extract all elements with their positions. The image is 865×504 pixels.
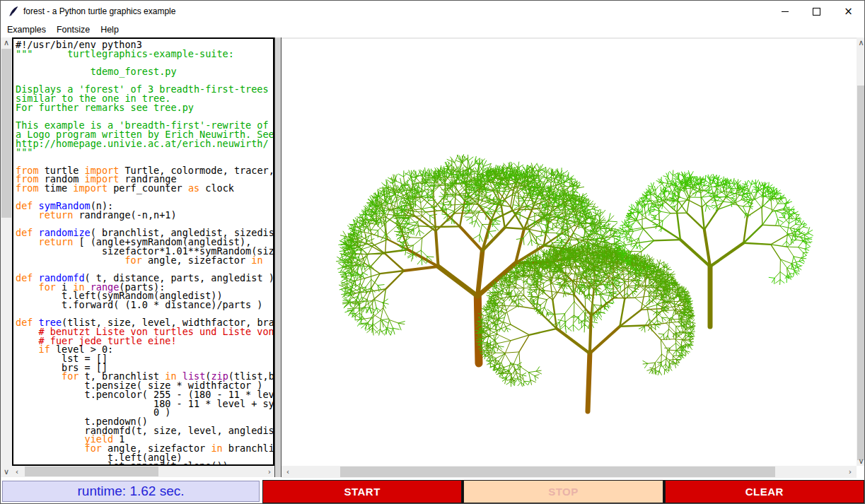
canvas-vscroll-thumb[interactable] [857, 86, 865, 460]
canvas-vertical-scrollbar[interactable]: ∧ ∨ [857, 37, 865, 466]
code-line: """ [16, 148, 273, 157]
turtle-canvas [281, 37, 857, 466]
code-line: t.forward( (1.0 * distance)/parts ) [16, 300, 273, 310]
scroll-down-arrow-icon[interactable]: ∨ [1, 467, 12, 477]
minimize-icon [782, 11, 789, 12]
scroll-right-arrow-icon[interactable]: › [845, 466, 855, 478]
menu-fontsize[interactable]: Fontsize [56, 23, 91, 36]
code-line: http://homepage.univie.ac.at/erich.neuwi… [16, 139, 273, 148]
app-window: forest - a Python turtle graphics exampl… [0, 0, 865, 504]
scroll-up-arrow-icon[interactable]: ∧ [1, 37, 12, 48]
canvas-hscroll-thumb[interactable] [340, 467, 775, 477]
turtle-drawing [281, 39, 857, 466]
scroll-right-arrow-icon[interactable]: › [265, 466, 274, 477]
quill-icon [8, 6, 19, 17]
code-line: For further remarks see tree.py [16, 103, 273, 112]
scroll-down-arrow-icon[interactable]: ∨ [857, 456, 865, 466]
code-vscroll-thumb[interactable] [1, 49, 11, 218]
code-horizontal-scrollbar[interactable]: ‹ › [12, 466, 274, 477]
menu-help[interactable]: Help [100, 23, 120, 36]
code-line: return randrange(-n,n+1) [16, 211, 273, 220]
start-button[interactable]: START [262, 480, 462, 503]
minimize-button[interactable] [769, 1, 801, 22]
scroll-left-arrow-icon[interactable]: ‹ [283, 466, 293, 478]
code-line: from time import perf_counter as clock [16, 184, 273, 193]
title-bar[interactable]: forest - a Python turtle graphics exampl… [1, 1, 864, 22]
menu-bar: Examples Fontsize Help [1, 22, 864, 37]
code-line: """ turtlegraphics-example-suite: [16, 49, 273, 59]
code-hscroll-thumb[interactable] [25, 467, 158, 476]
code-text-area[interactable]: #!/usr/bin/env python3""" turtlegraphics… [12, 37, 274, 466]
menu-examples[interactable]: Examples [6, 23, 47, 36]
close-button[interactable]: × [832, 1, 864, 22]
code-line: tdemo_forest.py [16, 67, 273, 76]
window-title: forest - a Python turtle graphics exampl… [23, 6, 175, 16]
scroll-left-arrow-icon[interactable]: ‹ [12, 466, 22, 477]
clear-button[interactable]: CLEAR [665, 480, 864, 503]
scroll-up-arrow-icon[interactable]: ∧ [857, 37, 865, 47]
pane-divider-sash[interactable] [274, 37, 281, 477]
code-line: for angle, sizefactor in [16, 256, 273, 265]
stop-button[interactable]: STOP [463, 480, 663, 503]
code-vertical-scrollbar[interactable]: ∧ ∨ [1, 37, 12, 477]
maximize-icon [813, 8, 820, 16]
button-row: START STOP CLEAR [262, 480, 864, 503]
close-icon: × [844, 6, 853, 17]
canvas-horizontal-scrollbar[interactable]: ‹ › [281, 466, 857, 478]
bottom-bar: runtime: 1.62 sec. START STOP CLEAR [1, 479, 864, 504]
maximize-button[interactable] [801, 1, 832, 22]
runtime-label: runtime: 1.62 sec. [2, 481, 260, 502]
